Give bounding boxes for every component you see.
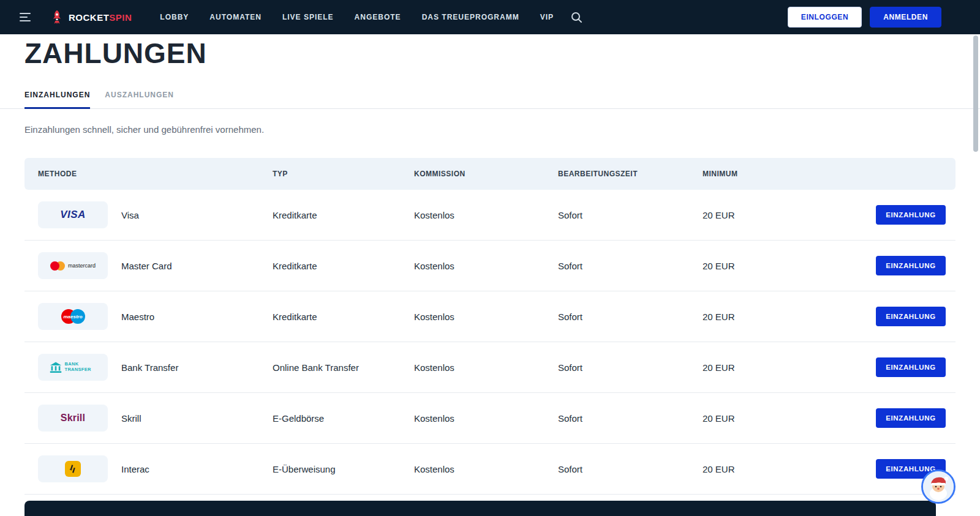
table-row: Skrill Skrill E-Geldbörse Kostenlos Sofo… [24,393,956,444]
logo[interactable]: ROCKETSPIN [49,9,132,25]
einzahlung-button[interactable]: EINZAHLUNG [876,205,946,225]
logo-text: ROCKETSPIN [69,12,132,23]
einzahlung-button[interactable]: EINZAHLUNG [876,307,946,326]
minimum-cell: 20 EUR [703,312,866,322]
visa-logo: VISA [38,201,108,228]
login-button[interactable]: EINLOGGEN [788,7,862,28]
commission-cell: Kostenlos [414,413,558,424]
commission-cell: Kostenlos [414,312,558,322]
processing-cell: Sofort [558,210,703,220]
processing-cell: Sofort [558,413,703,424]
processing-cell: Sofort [558,464,703,474]
santa-avatar-icon [923,471,954,502]
table-row: BANK TRANSFER Bank Transfer Online Bank … [24,342,956,393]
nav-live-spiele[interactable]: LIVE SPIELE [282,13,334,21]
method-name: Skrill [121,413,141,424]
skrill-logo: Skrill [38,405,108,432]
nav-angebote[interactable]: ANGEBOTE [355,13,401,21]
top-nav: ROCKETSPIN LOBBY AUTOMATEN LIVE SPIELE A… [0,0,980,34]
minimum-cell: 20 EUR [703,210,866,220]
method-name: Maestro [121,312,154,322]
mastercard-logo: mastercard [38,252,108,279]
tabs: EINZAHLUNGEN AUSZAHLUNGEN [0,91,980,109]
minimum-cell: 20 EUR [703,362,866,373]
skrill-wordmark: Skrill [61,413,85,424]
method-name: Interac [121,464,149,474]
processing-cell: Sofort [558,261,703,271]
scrollbar-thumb[interactable] [973,36,978,152]
commission-cell: Kostenlos [414,210,558,220]
processing-cell: Sofort [558,362,703,373]
col-typ: TYP [273,170,414,178]
minimum-cell: 20 EUR [703,261,866,271]
next-section-strip [24,501,936,516]
signup-button[interactable]: ANMELDEN [870,7,941,28]
nav-automaten[interactable]: AUTOMATEN [209,13,262,21]
type-cell: Kreditkarte [273,312,414,322]
interac-badge-icon [65,461,81,477]
scrollbar[interactable] [971,0,980,516]
col-bearbeitungszeit: BEARBEITUNGSZEIT [558,170,703,178]
tab-auszahlungen[interactable]: AUSZAHLUNGEN [105,91,174,109]
col-minimum: MINIMUM [703,170,866,178]
type-cell: Kreditkarte [273,261,414,271]
processing-cell: Sofort [558,312,703,322]
method-name: Bank Transfer [121,362,178,373]
table-row: VISA Visa Kreditkarte Kostenlos Sofort 2… [24,190,956,241]
type-cell: E-Geldbörse [273,413,414,424]
table-row: Interac E-Überweisung Kostenlos Sofort 2… [24,444,956,495]
type-cell: Kreditkarte [273,210,414,220]
page-title: ZAHLUNGEN [24,39,980,67]
einzahlung-button[interactable]: EINZAHLUNG [876,256,946,275]
tab-einzahlungen[interactable]: EINZAHLUNGEN [24,91,90,109]
col-kommission: KOMMISSION [414,170,558,178]
payments-table: METHODE TYP KOMMISSION BEARBEITUNGSZEIT … [24,158,956,495]
commission-cell: Kostenlos [414,362,558,373]
chat-widget-button[interactable] [921,469,956,504]
main-nav-links: LOBBY AUTOMATEN LIVE SPIELE ANGEBOTE DAS… [160,13,554,21]
einzahlung-button[interactable]: EINZAHLUNG [876,408,946,428]
mastercard-wordmark: mastercard [68,263,96,269]
interac-logo [38,455,108,482]
rocket-icon [49,9,65,25]
visa-wordmark: VISA [60,209,86,221]
minimum-cell: 20 EUR [703,413,866,424]
col-methode: METHODE [38,170,273,178]
type-cell: E-Überweisung [273,464,414,474]
bank-transfer-wordmark: BANK TRANSFER [65,362,97,372]
maestro-wordmark: maestro [61,314,85,320]
einzahlung-button[interactable]: EINZAHLUNG [876,357,946,377]
bank-icon [50,362,62,373]
method-name: Master Card [121,261,172,271]
table-header: METHODE TYP KOMMISSION BEARBEITUNGSZEIT … [24,158,956,190]
nav-lobby[interactable]: LOBBY [160,13,189,21]
page-description: Einzahlungen schnell, sicher und gebühre… [24,124,956,135]
search-icon[interactable] [571,12,582,23]
method-name: Visa [121,210,139,220]
maestro-logo: maestro [38,303,108,330]
auth-buttons: EINLOGGEN ANMELDEN [788,7,941,28]
commission-cell: Kostenlos [414,261,558,271]
bank-transfer-logo: BANK TRANSFER [38,354,108,381]
nav-treueprogramm[interactable]: DAS TREUEPROGRAMM [422,13,519,21]
menu-icon[interactable] [20,13,32,21]
type-cell: Online Bank Transfer [273,362,414,373]
nav-vip[interactable]: VIP [540,13,554,21]
table-row: mastercard Master Card Kreditkarte Koste… [24,241,956,291]
table-row: maestro Maestro Kreditkarte Kostenlos So… [24,291,956,342]
commission-cell: Kostenlos [414,464,558,474]
minimum-cell: 20 EUR [703,464,866,474]
